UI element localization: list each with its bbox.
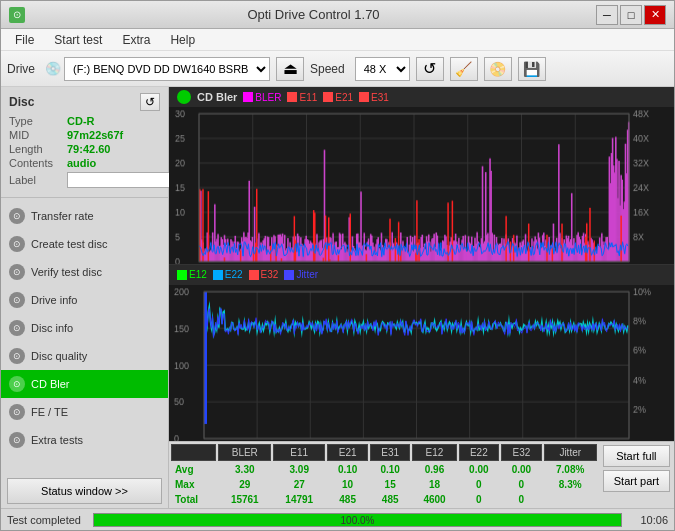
- disc-header: Disc: [9, 95, 34, 109]
- th-e12: E12: [412, 444, 456, 461]
- create-test-disc-icon: ⊙: [9, 236, 25, 252]
- max-label: Max: [171, 478, 216, 491]
- speed-select[interactable]: 48 X: [355, 57, 410, 81]
- e31-label: E31: [371, 92, 389, 103]
- sidebar-item-cd-bler[interactable]: ⊙ CD Bler: [1, 370, 168, 398]
- avg-e22: 0.00: [459, 463, 500, 476]
- total-e32: 0: [501, 493, 542, 506]
- eject-button[interactable]: ⏏: [276, 57, 304, 81]
- nav-items: ⊙ Transfer rate ⊙ Create test disc ⊙ Ver…: [1, 198, 168, 474]
- e11-color: [287, 92, 297, 102]
- sidebar-item-label: Disc quality: [31, 350, 87, 362]
- disc-type-label: Type: [9, 115, 67, 127]
- chart1-title-bar: CD Bler BLER E11 E21: [169, 87, 674, 107]
- window-controls: ─ □ ✕: [596, 5, 666, 25]
- avg-jitter: 7.08%: [544, 463, 597, 476]
- disc-contents-label: Contents: [9, 157, 67, 169]
- sidebar-item-disc-quality[interactable]: ⊙ Disc quality: [1, 342, 168, 370]
- disc-label-label: Label: [9, 174, 67, 186]
- max-e12: 18: [412, 478, 456, 491]
- sidebar-item-transfer-rate[interactable]: ⊙ Transfer rate: [1, 202, 168, 230]
- legend-jitter: Jitter: [284, 269, 318, 280]
- avg-e21: 0.10: [327, 463, 368, 476]
- disc-length-label: Length: [9, 143, 67, 155]
- disc-panel: Disc ↺ Type CD-R MID 97m22s67f Length 79…: [1, 87, 168, 198]
- total-e12: 4600: [412, 493, 456, 506]
- legend-bler: BLER: [243, 92, 281, 103]
- menu-start-test[interactable]: Start test: [44, 31, 112, 49]
- legend-e22: E22: [213, 269, 243, 280]
- maximize-button[interactable]: □: [620, 5, 642, 25]
- sidebar-item-fe-te[interactable]: ⊙ FE / TE: [1, 398, 168, 426]
- close-button[interactable]: ✕: [644, 5, 666, 25]
- chart2-canvas: [169, 285, 674, 442]
- total-jitter: [544, 493, 597, 506]
- max-jitter: 8.3%: [544, 478, 597, 491]
- total-e21: 485: [327, 493, 368, 506]
- avg-e11: 3.09: [273, 463, 325, 476]
- e32-label: E32: [261, 269, 279, 280]
- menu-help[interactable]: Help: [160, 31, 205, 49]
- e21-label: E21: [335, 92, 353, 103]
- data-row: BLER E11 E21 E31 E12 E22 E32 Jitter: [169, 442, 674, 508]
- sidebar-item-extra-tests[interactable]: ⊙ Extra tests: [1, 426, 168, 454]
- th-e32: E32: [501, 444, 542, 461]
- th-e11: E11: [273, 444, 325, 461]
- main-content: Disc ↺ Type CD-R MID 97m22s67f Length 79…: [1, 87, 674, 508]
- drive-icon: 💿: [45, 61, 61, 76]
- chart1-wrapper: CD Bler BLER E11 E21: [169, 87, 674, 265]
- verify-test-disc-icon: ⊙: [9, 264, 25, 280]
- refresh-speed-button[interactable]: ↺: [416, 57, 444, 81]
- menu-extra[interactable]: Extra: [112, 31, 160, 49]
- save-button[interactable]: 💾: [518, 57, 546, 81]
- bler-label: BLER: [255, 92, 281, 103]
- app-icon: ⊙: [9, 7, 25, 23]
- disc-mid-label: MID: [9, 129, 67, 141]
- toolbar: Drive 💿 (F:) BENQ DVD DD DW1640 BSRB ⏏ S…: [1, 51, 674, 87]
- sidebar-item-drive-info[interactable]: ⊙ Drive info: [1, 286, 168, 314]
- legend-e31: E31: [359, 92, 389, 103]
- max-bler: 29: [218, 478, 271, 491]
- avg-bler: 3.30: [218, 463, 271, 476]
- status-bar: Test completed 100.0% 10:06: [1, 508, 674, 530]
- transfer-rate-icon: ⊙: [9, 208, 25, 224]
- erase-button[interactable]: 🧹: [450, 57, 478, 81]
- sidebar-item-label: Verify test disc: [31, 266, 102, 278]
- th-jitter: Jitter: [544, 444, 597, 461]
- menu-bar: File Start test Extra Help: [1, 29, 674, 51]
- avg-e31: 0.10: [370, 463, 411, 476]
- start-full-button[interactable]: Start full: [603, 445, 670, 467]
- drive-select[interactable]: (F:) BENQ DVD DD DW1640 BSRB: [64, 57, 270, 81]
- table-row-total: Total 15761 14791 485 485 4600 0 0: [171, 493, 597, 506]
- bler-color: [243, 92, 253, 102]
- legend-e32: E32: [249, 269, 279, 280]
- sidebar-item-create-test-disc[interactable]: ⊙ Create test disc: [1, 230, 168, 258]
- start-part-button[interactable]: Start part: [603, 470, 670, 492]
- avg-label: Avg: [171, 463, 216, 476]
- sidebar-item-verify-test-disc[interactable]: ⊙ Verify test disc: [1, 258, 168, 286]
- data-section: BLER E11 E21 E31 E12 E22 E32 Jitter: [169, 441, 674, 508]
- burn-button[interactable]: 📀: [484, 57, 512, 81]
- sidebar-item-label: FE / TE: [31, 406, 68, 418]
- max-e32: 0: [501, 478, 542, 491]
- action-buttons: Start full Start part: [599, 442, 674, 495]
- total-bler: 15761: [218, 493, 271, 506]
- menu-file[interactable]: File: [5, 31, 44, 49]
- jitter-color: [284, 270, 294, 280]
- max-e11: 27: [273, 478, 325, 491]
- window-title: Opti Drive Control 1.70: [31, 7, 596, 22]
- disc-refresh-button[interactable]: ↺: [140, 93, 160, 111]
- th-e31: E31: [370, 444, 411, 461]
- max-e22: 0: [459, 478, 500, 491]
- status-window-button[interactable]: Status window >>: [7, 478, 162, 504]
- progress-text: 100.0%: [94, 514, 621, 528]
- time-display: 10:06: [628, 514, 668, 526]
- minimize-button[interactable]: ─: [596, 5, 618, 25]
- fe-te-icon: ⊙: [9, 404, 25, 420]
- disc-type-value: CD-R: [67, 115, 95, 127]
- e22-color: [213, 270, 223, 280]
- sidebar-item-disc-info[interactable]: ⊙ Disc info: [1, 314, 168, 342]
- legend-e21: E21: [323, 92, 353, 103]
- sidebar: Disc ↺ Type CD-R MID 97m22s67f Length 79…: [1, 87, 169, 508]
- legend-e11: E11: [287, 92, 317, 103]
